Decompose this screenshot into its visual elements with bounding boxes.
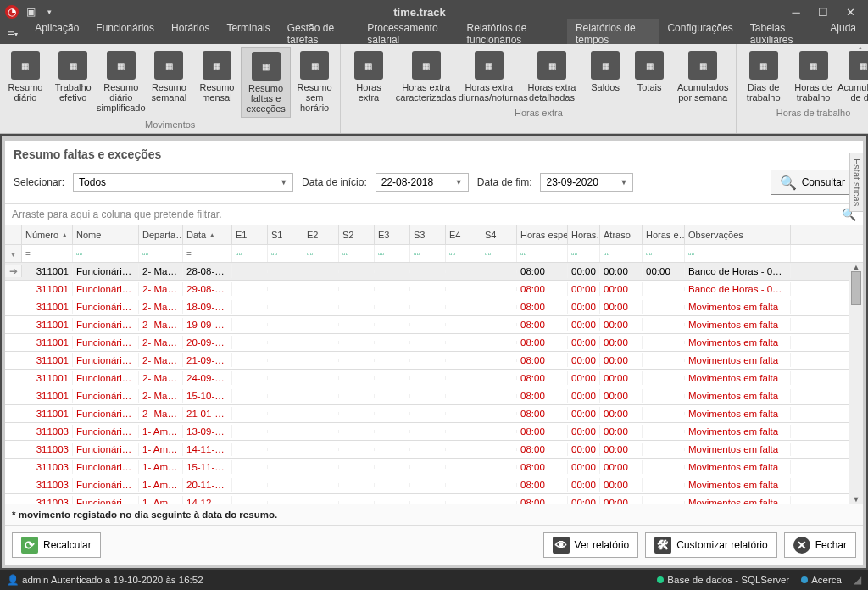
column-header-s1[interactable]: S1 (268, 225, 303, 244)
filter-cell-data[interactable]: = (183, 245, 232, 262)
qat-dropdown-icon[interactable]: ▾ (42, 5, 56, 19)
column-header-e4[interactable]: E4 (446, 225, 481, 244)
customize-report-button[interactable]: 🛠 Customizar relatório (645, 532, 776, 558)
grid-body[interactable]: ➔311001Funcionário F…2- Manhã28-08-20…08… (5, 263, 849, 504)
funnel-icon: ▾ (11, 249, 15, 259)
database-status[interactable]: Base de dados - SQLServer (657, 575, 789, 585)
eye-icon: 👁 (553, 537, 570, 554)
table-row[interactable]: 311001Funcionário F…2- Manhã21-01-20…08:… (5, 405, 849, 423)
ribbon-btn[interactable]: ▦Resumo sem horário (291, 47, 339, 118)
column-header-horase[interactable]: Horas e… (643, 225, 685, 244)
table-row[interactable]: 311001Funcionário F…2- Manhã18-09-20…08:… (5, 298, 849, 316)
filter-cell-s2[interactable]: ▫▫ (339, 245, 375, 262)
filter-cell-e4[interactable]: ▫▫ (446, 245, 481, 262)
select-dropdown[interactable]: Todos ▼ (73, 173, 293, 192)
menu-toggle-icon[interactable]: ≡▾ (3, 25, 21, 43)
column-header-obs[interactable]: Observações (685, 225, 791, 244)
filter-cell-e3[interactable]: ▫▫ (375, 245, 410, 262)
ribbon-btn[interactable]: ▦Resumo faltas e exceções (241, 47, 291, 118)
column-header-s4[interactable]: S4 (481, 225, 517, 244)
table-row[interactable]: 311001Funcionário F…2- Manhã21-09-20…08:… (5, 352, 849, 370)
filter-cell-obs[interactable]: ▫▫ (685, 245, 791, 262)
date-start-input[interactable]: 22-08-2018 ▼ (376, 173, 469, 192)
cell-horas: 00:00 (568, 353, 600, 367)
cell-horas: 00:00 (568, 478, 600, 492)
ribbon-btn[interactable]: ▦Resumo diário (2, 47, 49, 118)
date-end-input[interactable]: 23-09-2020 ▼ (540, 173, 633, 192)
cell-data: 20-11-20… (183, 478, 232, 492)
column-header-e2[interactable]: E2 (303, 225, 339, 244)
filter-cell-s3[interactable]: ▫▫ (410, 245, 446, 262)
column-header-horas[interactable]: Horas… (568, 225, 600, 244)
group-hint-bar[interactable]: Arraste para aqui a coluna que pretende … (5, 204, 863, 225)
table-row[interactable]: 311001Funcionário F…2- Manhã29-08-20…08:… (5, 281, 849, 298)
cell-s3 (410, 305, 446, 309)
cell-e3 (375, 323, 410, 326)
filter-cell-horase[interactable]: ▫▫ (643, 245, 685, 262)
ribbon-btn-label: Horas extra diurnas/noturnas (459, 82, 520, 103)
cell-s1 (268, 465, 303, 469)
filter-cell-s1[interactable]: ▫▫ (268, 245, 303, 262)
side-tab-statistics[interactable]: Estatísticas (849, 153, 865, 212)
ribbon-btn-label: Resumo faltas e exceções (246, 83, 285, 114)
table-row[interactable]: ➔311001Funcionário F…2- Manhã28-08-20…08… (5, 263, 849, 281)
column-header-atraso[interactable]: Atraso (600, 225, 643, 244)
column-header-hesp[interactable]: Horas esper… (517, 225, 568, 244)
scroll-down-icon[interactable]: ▼ (849, 495, 863, 504)
filter-cell-horas[interactable]: ▫▫ (568, 245, 600, 262)
ribbon-btn[interactable]: ▦Resumo mensal (193, 47, 242, 118)
table-row[interactable]: 311001Funcionário F…2- Manhã19-09-20…08:… (5, 316, 849, 334)
qat-icon[interactable]: ▣ (24, 5, 37, 19)
ribbon-btn[interactable]: ▦Horas de trabalho (788, 47, 838, 106)
filter-cell-atraso[interactable]: ▫▫ (600, 245, 643, 262)
filter-cell-departa[interactable]: ▫▫ (139, 245, 183, 262)
view-report-button[interactable]: 👁 Ver relatório (543, 532, 639, 558)
filter-cell-nome[interactable]: ▫▫ (73, 245, 139, 262)
ribbon-btn[interactable]: ▦Saldos (583, 47, 627, 106)
column-header-s2[interactable]: S2 (339, 225, 375, 244)
consult-button[interactable]: 🔍 Consultar (771, 170, 854, 195)
close-panel-button[interactable]: ✕ Fechar (784, 532, 856, 558)
ribbon-btn[interactable]: ▦Horas extra (342, 47, 394, 106)
ribbon-btn[interactable]: ▦Dias de trabalho (738, 47, 788, 106)
scroll-up-icon[interactable]: ▲ (849, 263, 863, 271)
ribbon-btn[interactable]: ▦Resumo semanal (145, 47, 193, 118)
table-row[interactable]: 311001Funcionário F…2- Manhã20-09-20…08:… (5, 334, 849, 352)
filter-cell-numero[interactable]: = (22, 245, 73, 262)
resize-grip-icon[interactable]: ◢ (854, 574, 861, 586)
recalculate-button[interactable]: ⟳ Recalcular (12, 532, 101, 558)
ribbon-btn[interactable]: ▦Acumulados por semana (671, 47, 734, 106)
column-header-s3[interactable]: S3 (410, 225, 446, 244)
table-row[interactable]: 311003Funcionário B…1- Amas…14-12-20…08:… (5, 494, 849, 504)
calendar-icon: ▦ (799, 51, 828, 80)
filter-indicator[interactable]: ▾ (5, 245, 22, 262)
table-row[interactable]: 311001Funcionário F…2- Manhã24-09-20…08:… (5, 370, 849, 387)
table-row[interactable]: 311003Funcionário B…1- Amas…15-11-20…08:… (5, 459, 849, 476)
table-row[interactable]: 311003Funcionário B…1- Amas…14-11-20…08:… (5, 441, 849, 459)
cell-data: 18-09-20… (183, 300, 232, 314)
filter-cell-hesp[interactable]: ▫▫ (517, 245, 568, 262)
ribbon-btn[interactable]: ▦Trabalho efetivo (49, 47, 97, 118)
cell-departa: 2- Manhã (139, 371, 183, 385)
ribbon-btn[interactable]: ▦Horas extra diurnas/noturnas (458, 47, 520, 106)
column-header-e1[interactable]: E1 (232, 225, 268, 244)
column-header-data[interactable]: Data▲ (183, 225, 232, 244)
filter-cell-e2[interactable]: ▫▫ (303, 245, 339, 262)
ribbon-btn[interactable]: ▦Totais (627, 47, 671, 106)
ribbon-btn[interactable]: ▦Resumo diário simplificado (97, 47, 146, 118)
ribbon-btn[interactable]: ▦Horas extra caracterizadas (395, 47, 458, 106)
table-row[interactable]: 311003Funcionário B…1- Amas…20-11-20…08:… (5, 476, 849, 494)
filter-cell-e1[interactable]: ▫▫ (232, 245, 268, 262)
scrollbar-vertical[interactable]: ▲ ▼ (849, 263, 863, 504)
column-header-departa[interactable]: Departa… (139, 225, 183, 244)
about-link[interactable]: Acerca (801, 575, 842, 585)
scroll-thumb[interactable] (851, 271, 861, 305)
column-header-nome[interactable]: Nome (73, 225, 139, 244)
table-row[interactable]: 311001Funcionário F…2- Manhã15-10-20…08:… (5, 387, 849, 405)
column-header-e3[interactable]: E3 (375, 225, 410, 244)
column-header-numero[interactable]: Número▲ (22, 225, 73, 244)
ribbon-btn[interactable]: ▦Acumulados de dia (838, 47, 868, 106)
table-row[interactable]: 311003Funcionário B…1- Amas…13-09-20…08:… (5, 423, 849, 441)
filter-cell-s4[interactable]: ▫▫ (481, 245, 517, 262)
ribbon-btn[interactable]: ▦Horas extra detalhadas (520, 47, 583, 106)
